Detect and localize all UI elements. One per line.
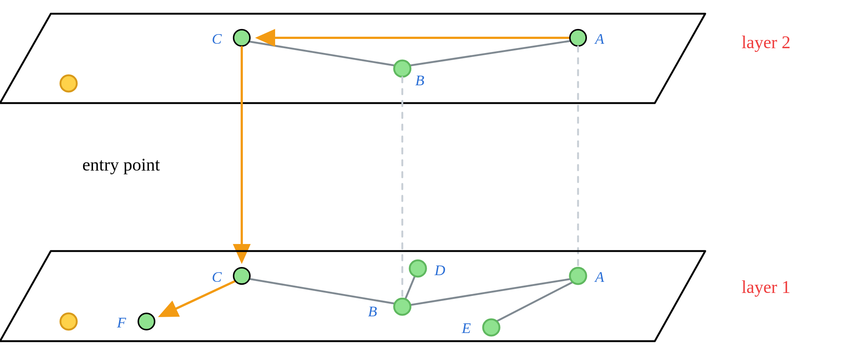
edge-c-b-l2 bbox=[249, 42, 396, 66]
node-a-l1 bbox=[570, 268, 586, 284]
arrow-c-to-f bbox=[162, 281, 235, 315]
label-f-l1: F bbox=[117, 314, 126, 331]
layer-2: C A B bbox=[0, 14, 705, 103]
layer2-title: layer 2 bbox=[742, 32, 791, 52]
label-e-l1: E bbox=[462, 320, 471, 336]
node-b-l1 bbox=[394, 299, 410, 315]
node-d-l1 bbox=[410, 260, 426, 277]
entry-point-label: entry point bbox=[82, 155, 160, 174]
edge-c-b-l1 bbox=[249, 279, 396, 304]
label-a-l1: A bbox=[594, 268, 604, 285]
label-d-l1: D bbox=[434, 262, 445, 278]
edge-a-e-l1 bbox=[496, 282, 573, 322]
label-b-l2: B bbox=[415, 72, 424, 89]
query-node-l1 bbox=[60, 313, 77, 330]
edge-b-d-l1 bbox=[405, 276, 415, 299]
node-c-l1 bbox=[234, 268, 250, 284]
query-node-l2 bbox=[60, 75, 77, 92]
label-c-l2: C bbox=[212, 30, 222, 47]
node-f-l1 bbox=[138, 313, 155, 330]
node-c-l2 bbox=[234, 30, 250, 46]
hnsw-diagram: C A B C D A B E F layer 2 layer 1 bbox=[0, 0, 868, 356]
label-c-l1: C bbox=[212, 268, 222, 285]
node-e-l1 bbox=[483, 319, 499, 336]
label-b-l1: B bbox=[368, 303, 377, 320]
edge-b-a-l1 bbox=[409, 279, 571, 305]
label-a-l2: A bbox=[594, 30, 604, 47]
node-b-l2 bbox=[394, 60, 410, 77]
layer1-title: layer 1 bbox=[742, 277, 791, 297]
layer-1: C D A B E F bbox=[0, 251, 705, 341]
node-a-l2 bbox=[570, 30, 586, 46]
edge-b-a-l2 bbox=[409, 41, 571, 66]
